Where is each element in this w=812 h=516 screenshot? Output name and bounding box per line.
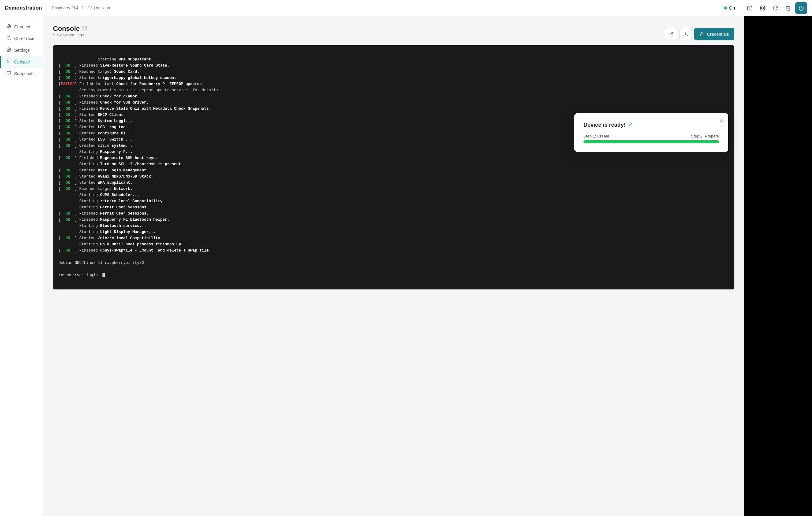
sidebar-item-console[interactable]: Console bbox=[0, 56, 43, 68]
modal-check-icon: ✓ bbox=[628, 122, 632, 128]
console-output: Starting WPA supplicant... [ OK ] Finish… bbox=[59, 57, 220, 277]
page-header: Console View system logs Credentials bbox=[53, 25, 734, 44]
sidebar-item-coretrace[interactable]: CoreTrace bbox=[0, 33, 43, 45]
credentials-label: Credentials bbox=[707, 32, 729, 37]
svg-point-10 bbox=[8, 49, 9, 51]
modal-close-button[interactable]: × bbox=[720, 117, 723, 125]
svg-rect-12 bbox=[7, 72, 11, 74]
modal-title: Device is ready! ✓ bbox=[583, 122, 719, 128]
snapshots-icon bbox=[6, 71, 11, 77]
sidebar: Connect CoreTrace Settings Console Snaps… bbox=[0, 16, 43, 516]
connect-icon bbox=[6, 24, 11, 30]
credentials-button[interactable]: Credentials bbox=[694, 28, 734, 40]
svg-line-17 bbox=[671, 32, 673, 34]
svg-rect-4 bbox=[763, 8, 764, 10]
chart-button[interactable] bbox=[757, 2, 768, 14]
main-layout: Connect CoreTrace Settings Console Snaps… bbox=[0, 16, 812, 516]
svg-rect-1 bbox=[760, 6, 762, 7]
app-title: Demonstration bbox=[5, 5, 42, 11]
refresh-button[interactable] bbox=[770, 2, 781, 14]
device-ready-modal: × Device is ready! ✓ Step 1: Create Step… bbox=[574, 113, 728, 152]
page-subtitle: View system logs bbox=[53, 33, 87, 37]
settings-icon bbox=[6, 48, 11, 53]
download-button[interactable] bbox=[679, 28, 692, 40]
progress-bar-fill bbox=[583, 140, 719, 143]
sidebar-item-connect-label: Connect bbox=[14, 24, 30, 29]
coretrace-icon bbox=[6, 36, 11, 41]
help-icon[interactable] bbox=[82, 26, 87, 32]
step2-label: Step 2: Prepare bbox=[691, 134, 719, 138]
page-title-row: Console bbox=[53, 25, 87, 33]
console-terminal[interactable]: Starting WPA supplicant... [ OK ] Finish… bbox=[53, 45, 734, 290]
sidebar-item-console-label: Console bbox=[14, 59, 30, 64]
svg-rect-2 bbox=[763, 6, 764, 7]
modal-title-text: Device is ready! bbox=[583, 122, 626, 128]
svg-line-9 bbox=[9, 39, 10, 40]
progress-bar-background bbox=[583, 140, 719, 143]
svg-line-0 bbox=[749, 6, 752, 8]
open-external-button[interactable] bbox=[665, 28, 677, 40]
sidebar-item-connect[interactable]: Connect bbox=[0, 21, 43, 33]
status-indicator: On bbox=[724, 5, 735, 10]
svg-rect-3 bbox=[760, 8, 762, 10]
sidebar-item-settings[interactable]: Settings bbox=[0, 45, 43, 56]
power-button[interactable] bbox=[795, 2, 807, 14]
sidebar-item-coretrace-label: CoreTrace bbox=[14, 36, 34, 41]
svg-point-8 bbox=[7, 36, 10, 39]
topbar-icons bbox=[744, 2, 807, 14]
external-link-button[interactable] bbox=[744, 2, 755, 14]
page-actions: Credentials bbox=[665, 28, 734, 40]
topbar: Demonstration | Raspberry Pi 4 | 11.2.0 … bbox=[0, 0, 812, 16]
page-title: Console bbox=[53, 25, 80, 33]
svg-rect-19 bbox=[700, 34, 704, 36]
device-info: Raspberry Pi 4 | 11.2.0 | desktop bbox=[52, 5, 110, 10]
delete-button[interactable] bbox=[782, 2, 794, 14]
console-icon bbox=[6, 59, 11, 65]
steps-row: Step 1: Create Step 2: Prepare bbox=[583, 134, 719, 138]
right-panel bbox=[744, 16, 812, 516]
sidebar-item-settings-label: Settings bbox=[14, 48, 30, 53]
main-content: Console View system logs Credentials bbox=[43, 16, 744, 516]
status-dot bbox=[724, 6, 727, 9]
sidebar-item-snapshots-label: Snapshots bbox=[14, 71, 34, 76]
step1-label: Step 1: Create bbox=[583, 134, 609, 138]
sep1: | bbox=[46, 5, 48, 11]
status-label: On bbox=[729, 5, 735, 10]
console-wrap: Starting WPA supplicant... [ OK ] Finish… bbox=[53, 45, 734, 290]
sidebar-item-snapshots[interactable]: Snapshots bbox=[0, 68, 43, 80]
